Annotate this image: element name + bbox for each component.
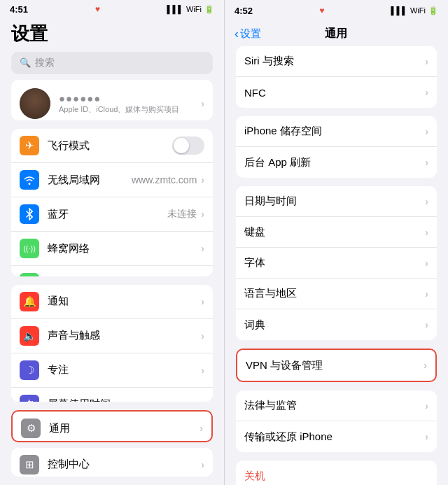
notifications-label: 通知 bbox=[48, 295, 201, 308]
search-icon: 🔍 bbox=[20, 57, 31, 68]
control-center-icon: ⊞ bbox=[20, 455, 39, 475]
right-legal-group: 法律与监管 › 传输或还原 iPhone › bbox=[236, 391, 437, 452]
general-item[interactable]: ⚙ 通用 › bbox=[13, 412, 211, 442]
left-time: 4:51 bbox=[10, 4, 28, 15]
datetime-item[interactable]: 日期与时间 › bbox=[236, 186, 437, 217]
search-bar[interactable]: 🔍 搜索 bbox=[11, 52, 213, 74]
right-storage-group: iPhone 储存空间 › 后台 App 刷新 › bbox=[236, 116, 437, 178]
right-panel: 4:52 ♥ ▌▌▌ WiFi 🔋 ‹ 设置 通用 Siri 与搜索 › NFC… bbox=[224, 0, 448, 485]
cellular-item[interactable]: ((·)) 蜂窝网络 › bbox=[11, 232, 213, 266]
siri-chevron: › bbox=[425, 56, 428, 67]
dictionary-item[interactable]: 词典 › bbox=[236, 309, 437, 340]
control-center-label: 控制中心 bbox=[48, 458, 201, 471]
network-group: ✈ 飞行模式 无线局域网 www.zmtc.com › bbox=[11, 129, 213, 276]
wifi-status-icon: WiFi bbox=[186, 5, 202, 13]
right-lang-group: 日期与时间 › 键盘 › 字体 › 语言与地区 › 词典 › bbox=[236, 186, 437, 340]
settings-title: 设置 bbox=[11, 22, 213, 46]
right-signal-icon: ▌▌▌ bbox=[391, 6, 407, 15]
legal-item[interactable]: 法律与监管 › bbox=[236, 391, 437, 421]
vpn-label: VPN 与设备管理 bbox=[246, 359, 424, 372]
search-placeholder: 搜索 bbox=[35, 57, 55, 69]
screentime-item[interactable]: ⏱ 屏幕使用时间 › bbox=[11, 388, 213, 402]
right-status-icons: ▌▌▌ WiFi 🔋 bbox=[391, 6, 438, 15]
back-chevron-icon: ‹ bbox=[234, 27, 239, 41]
vpn-item[interactable]: VPN 与设备管理 › bbox=[237, 350, 435, 381]
cellular-chevron: › bbox=[201, 243, 204, 254]
screentime-icon: ⏱ bbox=[20, 395, 39, 402]
datetime-chevron: › bbox=[425, 196, 428, 207]
background-refresh-item[interactable]: 后台 App 刷新 › bbox=[236, 147, 437, 178]
right-heart: ♥ bbox=[319, 6, 324, 15]
signal-icon: ▌▌▌ bbox=[167, 5, 183, 13]
screentime-label: 屏幕使用时间 bbox=[48, 398, 201, 402]
apple-id-name: ●●●●●● bbox=[59, 92, 201, 104]
cellular-icon: ((·)) bbox=[20, 239, 39, 258]
control-center-chevron: › bbox=[201, 459, 204, 470]
wifi-chevron: › bbox=[201, 174, 204, 185]
sound-item[interactable]: 🔈 声音与触感 › bbox=[11, 319, 213, 353]
shutdown-label: 关机 bbox=[244, 470, 428, 483]
left-page-title-area: 设置 bbox=[0, 17, 224, 49]
siri-item[interactable]: Siri 与搜索 › bbox=[236, 46, 437, 77]
left-status-icons: ▌▌▌ WiFi 🔋 bbox=[167, 5, 214, 14]
right-battery-icon: 🔋 bbox=[428, 6, 438, 15]
vpn-chevron: › bbox=[424, 360, 427, 371]
shutdown-item[interactable]: 关机 bbox=[236, 461, 437, 485]
fonts-label: 字体 bbox=[244, 256, 425, 269]
shutdown-group: 关机 bbox=[236, 461, 437, 485]
keyboard-item[interactable]: 键盘 › bbox=[236, 217, 437, 248]
apple-id-sub: Apple ID、iCloud、媒体与购买项目 bbox=[59, 104, 201, 115]
siri-label: Siri 与搜索 bbox=[244, 55, 425, 68]
control-center-item[interactable]: ⊞ 控制中心 › bbox=[11, 448, 213, 477]
fonts-item[interactable]: 字体 › bbox=[236, 248, 437, 279]
focus-item[interactable]: ☽ 专注 › bbox=[11, 353, 213, 388]
back-button[interactable]: ‹ 设置 bbox=[234, 27, 261, 41]
avatar bbox=[20, 88, 50, 119]
legal-chevron: › bbox=[425, 400, 428, 412]
right-nav-bar: ‹ 设置 通用 bbox=[225, 20, 448, 46]
bluetooth-value: 未连接 bbox=[167, 208, 197, 220]
control-group: ⊞ 控制中心 › bbox=[11, 448, 213, 477]
apple-id-item[interactable]: ●●●●●● Apple ID、iCloud、媒体与购买项目 › bbox=[11, 80, 213, 121]
datetime-label: 日期与时间 bbox=[244, 195, 425, 208]
general-label: 通用 bbox=[49, 422, 200, 435]
sound-chevron: › bbox=[201, 330, 204, 342]
right-status-bar: 4:52 ♥ ▌▌▌ WiFi 🔋 bbox=[225, 0, 448, 20]
wifi-label: 无线局域网 bbox=[48, 174, 132, 187]
fonts-chevron: › bbox=[425, 258, 428, 269]
right-nav-title: 通用 bbox=[261, 27, 410, 41]
notifications-group: 🔔 通知 › 🔈 声音与触感 › ☽ 专注 › ⏱ 屏幕使用时间 › bbox=[11, 285, 213, 402]
focus-label: 专注 bbox=[48, 363, 201, 377]
nfc-item[interactable]: NFC › bbox=[236, 77, 437, 108]
wifi-value: www.zmtc.com bbox=[132, 174, 197, 185]
general-chevron: › bbox=[200, 423, 203, 434]
nfc-chevron: › bbox=[425, 87, 428, 98]
focus-chevron: › bbox=[201, 365, 204, 376]
wifi-item[interactable]: 无线局域网 www.zmtc.com › bbox=[11, 163, 213, 197]
iphone-storage-chevron: › bbox=[425, 126, 428, 137]
hotspot-item[interactable]: 个人热点 › bbox=[11, 266, 213, 276]
sound-icon: 🔈 bbox=[20, 326, 39, 346]
transfer-label: 传输或还原 iPhone bbox=[244, 430, 425, 444]
language-region-item[interactable]: 语言与地区 › bbox=[236, 279, 437, 309]
general-icon: ⚙ bbox=[21, 419, 41, 438]
airplane-toggle[interactable] bbox=[172, 136, 204, 155]
background-refresh-label: 后台 App 刷新 bbox=[244, 156, 425, 169]
dictionary-chevron: › bbox=[425, 319, 428, 330]
iphone-storage-item[interactable]: iPhone 储存空间 › bbox=[236, 116, 437, 147]
legal-label: 法律与监管 bbox=[244, 399, 425, 412]
apple-id-content: ●●●●●● Apple ID、iCloud、媒体与购买项目 bbox=[59, 92, 201, 115]
airplane-mode-item[interactable]: ✈ 飞行模式 bbox=[11, 129, 213, 163]
notifications-icon: 🔔 bbox=[20, 292, 39, 311]
notifications-item[interactable]: 🔔 通知 › bbox=[11, 285, 213, 319]
right-wifi-icon: WiFi bbox=[410, 6, 426, 15]
keyboard-chevron: › bbox=[425, 227, 428, 238]
transfer-item[interactable]: 传输或还原 iPhone › bbox=[236, 421, 437, 452]
sound-label: 声音与触感 bbox=[48, 329, 201, 342]
nfc-label: NFC bbox=[244, 87, 425, 99]
screentime-chevron: › bbox=[201, 399, 204, 402]
airplane-icon: ✈ bbox=[20, 136, 39, 155]
bluetooth-item[interactable]: 蓝牙 未连接 › bbox=[11, 197, 213, 232]
bluetooth-chevron: › bbox=[201, 209, 204, 220]
vpn-highlighted-group: VPN 与设备管理 › bbox=[236, 349, 437, 382]
